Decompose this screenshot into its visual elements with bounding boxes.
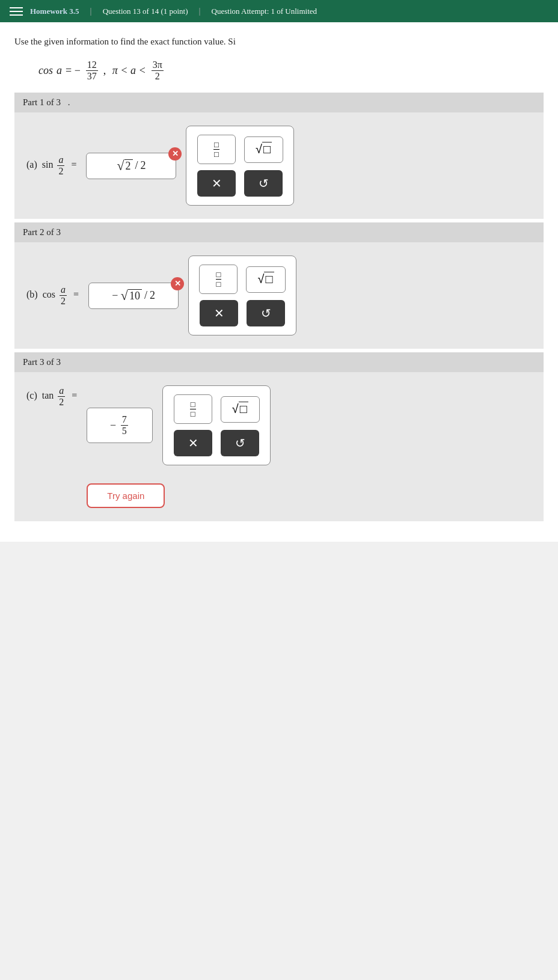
part-2-tools-row2: ✕ ↺	[198, 300, 286, 326]
part-3-undo-btn[interactable]: ↺	[221, 430, 259, 456]
part-3-tools: □ □ √□ ✕	[162, 385, 271, 465]
part-1-tools: □ □ √□ ✕ ↺	[186, 126, 294, 206]
part-3-answer-area: − 7 5 □ □	[87, 385, 271, 465]
part-3-header: Part 3 of 3	[14, 352, 544, 372]
top-bar: Homework 3.5 | Question 13 of 14 (1 poin…	[0, 0, 558, 22]
part-3-answer-box[interactable]: − 7 5	[87, 408, 153, 443]
given-formula: cos a = − 12 37 , π < a < 3π 2	[38, 60, 544, 82]
part-3-tools-row1: □ □ √□	[173, 394, 260, 424]
part-1-answer-area: ✕ √2 / 2 □ □	[86, 126, 532, 206]
part-1-tools-row1: □ □ √□	[196, 135, 284, 164]
part-3-section: Part 3 of 3 (c) tan a 2 = − 7	[14, 352, 544, 521]
part-2-error-badge: ✕	[171, 277, 184, 290]
main-content: Use the given information to find the ex…	[0, 22, 558, 542]
part-1-error-badge: ✕	[168, 147, 182, 161]
part-2-body: (b) cos a 2 = ✕ − √10 / 2	[14, 242, 544, 349]
part-1-section: Part 1 of 3 . (a) sin a 2 = ✕ √2	[14, 93, 544, 219]
hamburger-menu[interactable]	[10, 7, 23, 16]
try-again-area: Try again	[87, 475, 271, 508]
part-2-header: Part 2 of 3	[14, 222, 544, 242]
question-info: Question 13 of 14 (1 point)	[103, 7, 188, 16]
part-2-section: Part 2 of 3 (b) cos a 2 = ✕ − √10	[14, 222, 544, 349]
part-3-tools-row2: ✕ ↺	[173, 430, 260, 456]
part-2-answer-area: ✕ − √10 / 2 □ □	[88, 256, 532, 335]
part-3-label: (c) tan a 2 =	[26, 385, 77, 408]
part-1-answer-box[interactable]: ✕ √2 / 2	[86, 153, 176, 179]
part-2-clear-btn[interactable]: ✕	[200, 300, 238, 326]
attempt-info: Question Attempt: 1 of Unlimited	[212, 7, 317, 16]
try-again-button[interactable]: Try again	[87, 483, 165, 508]
part-2-tools-row1: □ □ √□	[198, 265, 286, 294]
angle-fraction: 3π 2	[152, 60, 164, 82]
homework-label: Homework 3.5	[30, 7, 79, 16]
part-3-clear-btn[interactable]: ✕	[174, 430, 212, 456]
part-1-fraction-btn[interactable]: □ □	[197, 135, 236, 164]
part-2-answer-box[interactable]: ✕ − √10 / 2	[88, 283, 179, 309]
part-3-body: (c) tan a 2 = − 7 5	[14, 372, 544, 521]
part-2-tools: □ □ √□ ✕ ↺	[188, 256, 296, 335]
part-2-undo-btn[interactable]: ↺	[247, 300, 285, 326]
part-1-clear-btn[interactable]: ✕	[197, 170, 236, 197]
part-1-label: (a) sin a 2 =	[26, 155, 76, 177]
part-3-sqrt-btn[interactable]: √□	[221, 396, 260, 423]
part-3-right: − 7 5 □ □	[87, 385, 271, 508]
part-3-fraction-btn[interactable]: □ □	[174, 394, 212, 424]
part-1-tools-row2: ✕ ↺	[196, 170, 284, 197]
part-1-undo-btn[interactable]: ↺	[244, 170, 283, 197]
part-2-label: (b) cos a 2 =	[26, 284, 79, 307]
part-2-sqrt-btn[interactable]: √□	[246, 266, 285, 293]
part-2-fraction-btn[interactable]: □ □	[199, 265, 238, 294]
problem-statement: Use the given information to find the ex…	[14, 34, 544, 49]
part-1-body: (a) sin a 2 = ✕ √2 / 2	[14, 112, 544, 219]
cos-fraction: 12 37	[86, 60, 98, 82]
part-1-header: Part 1 of 3 .	[14, 93, 544, 112]
part-1-sqrt-btn[interactable]: √□	[244, 136, 283, 163]
